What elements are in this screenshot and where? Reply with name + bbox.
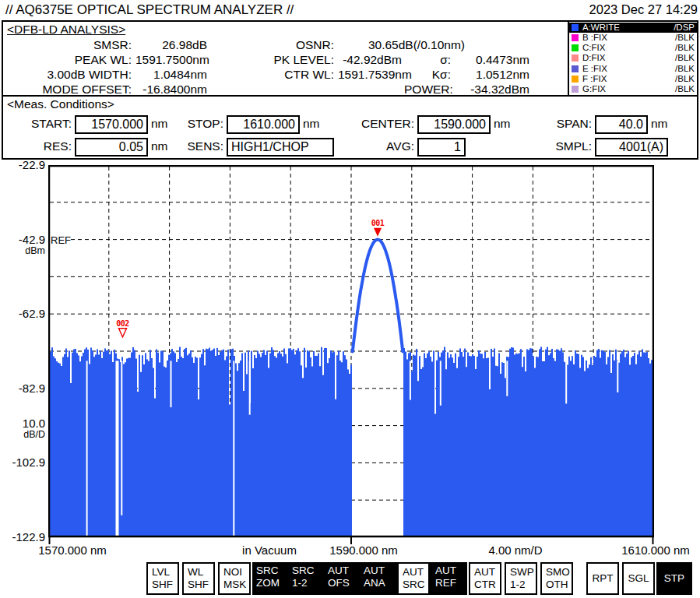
y-axis-label: -82.9 — [0, 382, 45, 395]
y-per-div-value: 10.0 — [0, 417, 45, 430]
trace-status: /BLK — [675, 84, 695, 94]
menu-cell: RPT — [585, 562, 621, 595]
y-axis-label: -122.9 — [0, 530, 45, 543]
trace-label: D:FIX — [582, 53, 605, 63]
avg-input[interactable]: 1 — [417, 138, 466, 157]
y-axis-label: -62.9 — [0, 307, 45, 320]
trace-label: E :FIX — [582, 64, 607, 74]
trace-dropout — [440, 361, 441, 405]
stop-input[interactable]: 1610.000 — [227, 115, 300, 134]
menu-cell: SRC ZOM — [252, 562, 288, 595]
menu-button-wl-shf[interactable]: WL SHF — [182, 562, 215, 595]
trace-label: A:WRITE — [582, 23, 620, 33]
trace-legend: A:WRITE/DSPB :FIX/BLKC:FIX/BLKD:FIX/BLKE… — [568, 20, 698, 97]
trace-row-e[interactable]: E :FIX/BLK — [569, 64, 697, 74]
ref-label: REF — [51, 234, 71, 246]
spectrum-plot[interactable]: REF001002 — [48, 165, 654, 548]
menu-cell: SMO OTH — [539, 562, 575, 595]
marker-002-icon[interactable] — [119, 329, 127, 337]
marker-001-icon[interactable] — [374, 228, 382, 237]
analysis-smsr-label: SMSR: — [5, 38, 132, 52]
trace-row-f[interactable]: F :FIX/BLK — [569, 74, 697, 84]
trace-label: B :FIX — [582, 33, 607, 43]
span-input[interactable]: 40.0 — [595, 115, 648, 134]
trace-dropout — [233, 361, 234, 536]
trace-color-swatch — [572, 86, 579, 93]
trace-dropout — [410, 361, 411, 399]
analysis-section-label: <DFB-LD ANALYSIS> — [7, 23, 125, 37]
start-input[interactable]: 1570.000 — [75, 115, 148, 134]
analysis-smsr-value: 26.98dB — [135, 38, 207, 52]
trace-dropout — [86, 361, 88, 536]
span-label: SPAN: — [537, 117, 592, 131]
analysis-pk-level-value: -42.92dBm — [338, 53, 402, 67]
menu-cell: WL SHF — [181, 562, 216, 595]
analysis-osnr-value: 30.65dB(/0.10nm) — [338, 38, 465, 52]
center-input[interactable]: 1590.000 — [417, 115, 491, 134]
marker-001-label: 001 — [371, 219, 385, 227]
analysis-width-3db-label: 3.00dB WIDTH: — [5, 68, 132, 82]
menu-button-swp-1-2[interactable]: SWP 1-2 — [505, 562, 537, 595]
marker-002-label: 002 — [116, 319, 129, 328]
trace-label: G:FIX — [582, 84, 606, 94]
trace-color-swatch — [572, 34, 579, 41]
trace-dropout — [121, 361, 122, 515]
menu-button-rpt[interactable]: RPT — [586, 562, 619, 595]
analysis-peak-wl-label: PEAK WL: — [5, 53, 132, 67]
analysis-width-3db-value: 1.0484nm — [135, 68, 207, 82]
y-axis-unit: dBm — [0, 245, 45, 256]
trace-status: /BLK — [675, 33, 695, 43]
menu-cell: NOI MSK — [216, 562, 252, 595]
analysis-peak-wl-value: 1591.7500nm — [135, 53, 207, 67]
center-label: CENTER: — [348, 117, 414, 131]
menu-button-aut-ref[interactable]: AUT REF — [431, 562, 467, 595]
trace-row-g[interactable]: G:FIX/BLK — [569, 84, 697, 94]
menu-button-aut-ctr[interactable]: AUT CTR — [469, 562, 501, 595]
sens-input[interactable]: HIGH1/CHOP — [227, 138, 334, 157]
y-per-div-unit: dB/D — [0, 429, 45, 440]
trace-row-d[interactable]: D:FIX/BLK — [569, 53, 697, 63]
avg-label: AVG: — [348, 139, 414, 153]
y-axis-label: -22.9 — [0, 158, 45, 171]
analysis-sigma-value: 0.4473nm — [453, 53, 529, 67]
softkey-menu-right: RPTSGLSTP — [585, 562, 692, 595]
softkey-menu-left: LVL SHFWL SHFNOI MSKSRC ZOMSRC 1-2AUT OF… — [145, 562, 575, 595]
res-input[interactable]: 0.05 — [75, 138, 148, 157]
trace-color-swatch — [572, 76, 579, 83]
stop-label: STOP: — [157, 117, 223, 131]
start-label: START: — [6, 117, 72, 131]
trace-dropout — [116, 361, 119, 536]
analysis-pk-level-label: PK LEVEL: — [207, 53, 334, 67]
menu-cell: SGL — [621, 562, 656, 595]
app-title: // AQ6375E OPTICAL SPECTRUM ANALYZER // — [5, 2, 294, 18]
trace-label: F :FIX — [582, 74, 607, 84]
menu-button-sgl[interactable]: SGL — [622, 562, 655, 595]
smpl-input[interactable]: 4001(A) — [595, 138, 668, 157]
menu-button-stp[interactable]: STP — [656, 562, 692, 595]
trace-color-swatch — [572, 44, 579, 51]
trace-status: /BLK — [675, 64, 695, 74]
menu-cell: LVL SHF — [145, 562, 181, 595]
menu-button-smo-oth[interactable]: SMO OTH — [540, 562, 573, 595]
conditions-section-label: <Meas. Conditions> — [7, 97, 114, 111]
analysis-k-sigma-value: 1.0512nm — [453, 68, 529, 82]
trace-dropout — [617, 361, 618, 392]
sens-label: SENS: — [157, 139, 223, 153]
trace-row-c[interactable]: C:FIX/BLK — [569, 43, 697, 53]
analysis-ctr-wl-value: 1591.7539nm — [338, 68, 402, 82]
menu-button-aut-src[interactable]: AUT SRC — [397, 562, 430, 595]
menu-button-src-1-2[interactable]: SRC 1-2 — [288, 562, 324, 595]
menu-button-aut-ana[interactable]: AUT ANA — [360, 562, 396, 595]
center-unit: nm — [494, 117, 511, 131]
menu-button-src-zom[interactable]: SRC ZOM — [252, 562, 288, 595]
meas-conditions-panel: <Meas. Conditions> START:1570.000nmSTOP:… — [2, 95, 698, 160]
menu-button-lvl-shf[interactable]: LVL SHF — [146, 562, 179, 595]
trace-row-b[interactable]: B :FIX/BLK — [569, 33, 697, 43]
menu-cell: AUT OFS — [324, 562, 360, 595]
trace-row-a[interactable]: A:WRITE/DSP — [569, 23, 697, 33]
menu-button-noi-msk[interactable]: NOI MSK — [218, 562, 251, 595]
trace-status: /BLK — [675, 43, 695, 53]
trace-status: /BLK — [675, 53, 695, 63]
span-unit: nm — [651, 117, 668, 131]
menu-button-aut-ofs[interactable]: AUT OFS — [324, 562, 360, 595]
